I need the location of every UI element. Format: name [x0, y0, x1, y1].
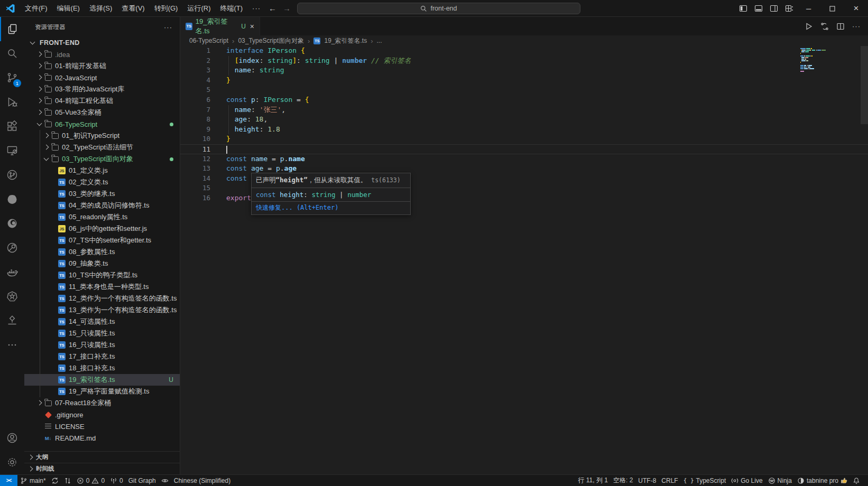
- editor-actions-more-button[interactable]: ···: [852, 22, 861, 30]
- status-indentation[interactable]: 空格: 2: [611, 475, 635, 486]
- menu-overflow-button[interactable]: ···: [247, 4, 265, 12]
- code-line-6[interactable]: 6const p: IPerson = {: [180, 95, 868, 105]
- tree-item-2[interactable]: 01-前端开发基础: [24, 60, 180, 72]
- menu-item-6[interactable]: 终端(T): [215, 2, 247, 15]
- tree-item-14[interactable]: TS04_类的成员访问修饰符.ts: [24, 200, 180, 211]
- menu-item-2[interactable]: 选择(S): [85, 2, 117, 15]
- tree-item-30[interactable]: TS19_严格字面量赋值检测.ts: [24, 386, 180, 397]
- activity-remote-explorer-icon[interactable]: [0, 138, 24, 163]
- code-editor[interactable]: 1interface IPerson {2 [index: string]: s…: [180, 46, 868, 474]
- code-line-13[interactable]: 13const age = p.age: [180, 164, 868, 174]
- status-sync[interactable]: [49, 475, 61, 486]
- tree-item-11[interactable]: JS01_定义类.js: [24, 165, 180, 176]
- menu-item-0[interactable]: 文件(F): [20, 2, 52, 15]
- status-problems[interactable]: 00: [74, 475, 107, 486]
- code-line-7[interactable]: 7 name: '张三',: [180, 105, 868, 115]
- activity-run-debug-icon[interactable]: [0, 90, 24, 114]
- status-tabnine[interactable]: tabnine pro: [795, 475, 850, 486]
- status-git-graph[interactable]: Git Graph: [126, 475, 159, 486]
- activity-kubernetes-icon[interactable]: [0, 284, 24, 309]
- run-or-debug-button[interactable]: [820, 22, 829, 31]
- status-gitlens-blame[interactable]: [159, 475, 171, 486]
- status-cursor-position[interactable]: 行 11, 列 1: [576, 475, 611, 486]
- code-line-9[interactable]: 9 height: 1.8: [180, 125, 868, 135]
- activity-explorer-icon[interactable]: [0, 17, 24, 41]
- code-line-12[interactable]: 12const name = p.name: [180, 154, 868, 164]
- activity-tools-icon[interactable]: [0, 236, 24, 260]
- code-line-11[interactable]: 11: [180, 144, 868, 154]
- navigate-forward-icon[interactable]: →: [283, 4, 291, 13]
- toggle-panel-icon[interactable]: [751, 0, 766, 17]
- tree-item-27[interactable]: TS17_接口补充.ts: [24, 351, 180, 362]
- tree-item-12[interactable]: TS02_定义类.ts: [24, 176, 180, 188]
- quick-fix-link[interactable]: 快速修复... (Alt+Enter): [252, 201, 410, 214]
- status-ninja[interactable]: Ninja: [765, 475, 795, 486]
- breadcrumb-item[interactable]: 06-TypeScript: [189, 37, 228, 44]
- customize-layout-icon[interactable]: [781, 0, 797, 17]
- tree-item-8[interactable]: 01_初识TypeScript: [24, 130, 180, 142]
- close-button[interactable]: ×: [844, 0, 868, 17]
- tree-item-1[interactable]: .idea: [24, 49, 180, 60]
- tree-item-29[interactable]: TS19_索引签名.tsU: [24, 374, 180, 386]
- code-line-2[interactable]: 2 [index: string]: string | number // 索引…: [180, 56, 868, 66]
- tree-item-22[interactable]: TS12_类作为一个有构造签名的函数.ts: [24, 293, 180, 304]
- minimize-button[interactable]: ─: [797, 0, 820, 17]
- tree-item-18[interactable]: TS08_参数属性.ts: [24, 246, 180, 258]
- tab-close-icon[interactable]: ×: [250, 22, 254, 31]
- tree-item-13[interactable]: TS03_类的继承.ts: [24, 188, 180, 200]
- tree-item-31[interactable]: 07-React18全家桶: [24, 397, 180, 409]
- tree-item-21[interactable]: TS11_类本身也是一种类型.ts: [24, 281, 180, 293]
- maximize-button[interactable]: [820, 0, 844, 17]
- explorer-actions-button[interactable]: ···: [164, 23, 172, 31]
- code-line-4[interactable]: 4}: [180, 76, 868, 86]
- tree-item-10[interactable]: 03_TypeScript面向对象: [24, 153, 180, 165]
- outline-section-header[interactable]: 大纲: [24, 451, 180, 463]
- activity-extensions-icon[interactable]: [0, 114, 24, 138]
- activity-search-icon[interactable]: [0, 41, 24, 66]
- status-ports[interactable]: 0: [107, 475, 126, 486]
- tree-item-23[interactable]: TS13_类作为一个有构造签名的函数.ts: [24, 304, 180, 316]
- toggle-secondary-sidebar-icon[interactable]: [766, 0, 781, 17]
- code-line-10[interactable]: 10}: [180, 134, 868, 144]
- tree-item-26[interactable]: TS16_只读属性.ts: [24, 339, 180, 351]
- status-branch[interactable]: main*: [17, 475, 49, 486]
- status-compare[interactable]: [61, 475, 74, 486]
- code-line-8[interactable]: 8 age: 18,: [180, 115, 868, 125]
- activity-circle-branch-icon[interactable]: [0, 163, 24, 187]
- tree-item-5[interactable]: 04-前端工程化基础: [24, 95, 180, 107]
- tree-item-0[interactable]: FRONT-END: [24, 37, 180, 49]
- tree-item-34[interactable]: M↓README.md: [24, 432, 180, 444]
- menu-item-4[interactable]: 转到(G): [150, 2, 183, 15]
- run-file-button[interactable]: [805, 22, 813, 31]
- tree-item-4[interactable]: 03-常用的JavaScript库: [24, 83, 180, 95]
- status-eol[interactable]: CRLF: [659, 475, 680, 486]
- tree-item-7[interactable]: 06-TypeScript: [24, 118, 180, 130]
- breadcrumb-item[interactable]: 19_索引签名.ts: [324, 36, 367, 45]
- code-line-5[interactable]: 5: [180, 85, 868, 95]
- tree-item-17[interactable]: TS07_TS中的setter和getter.ts: [24, 235, 180, 246]
- activity-deploy-icon[interactable]: [0, 309, 24, 333]
- tree-item-20[interactable]: TS10_TS中的鸭子类型.ts: [24, 269, 180, 281]
- minimap[interactable]: [800, 48, 829, 72]
- navigate-back-icon[interactable]: ←: [269, 4, 276, 13]
- menu-item-1[interactable]: 编辑(E): [52, 2, 85, 15]
- timeline-section-header[interactable]: 时间线: [24, 463, 180, 474]
- editor-scrollbar[interactable]: [861, 46, 868, 124]
- command-center-search[interactable]: front-end: [297, 3, 580, 14]
- code-line-3[interactable]: 3 name: string: [180, 66, 868, 76]
- menu-item-3[interactable]: 查看(V): [117, 2, 149, 15]
- toggle-primary-sidebar-icon[interactable]: [735, 0, 751, 17]
- breadcrumb-item[interactable]: 03_TypeScript面向对象: [238, 36, 304, 45]
- activity-account-icon[interactable]: [0, 426, 24, 450]
- split-editor-button[interactable]: [836, 22, 845, 31]
- code-line-1[interactable]: 1interface IPerson {: [180, 46, 868, 56]
- tree-item-9[interactable]: 02_TypeScript语法细节: [24, 142, 180, 153]
- tree-item-3[interactable]: 02-JavaScript: [24, 72, 180, 83]
- status-notifications[interactable]: [850, 475, 863, 486]
- activity-github-icon[interactable]: [0, 187, 24, 211]
- activity-settings-icon[interactable]: [0, 450, 24, 474]
- status-encoding[interactable]: UTF-8: [635, 475, 659, 486]
- tree-item-15[interactable]: TS05_readonly属性.ts: [24, 211, 180, 223]
- status-spell-language[interactable]: Chinese (Simplified): [171, 475, 233, 486]
- menu-item-5[interactable]: 运行(R): [182, 2, 215, 15]
